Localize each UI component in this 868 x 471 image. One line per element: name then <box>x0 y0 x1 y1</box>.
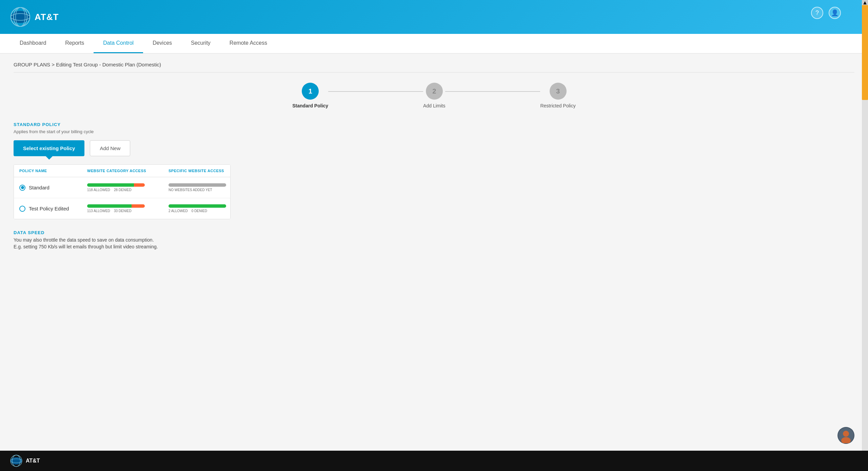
standard-policy-subtitle: Applies from the start of your billing c… <box>14 129 854 134</box>
category-green-bar-test <box>87 204 132 208</box>
radio-standard[interactable] <box>19 185 25 191</box>
stepper: 1 Standard Policy 2 Add Limits 3 Restric… <box>14 83 854 108</box>
stepper-label-2: Add Limits <box>423 103 445 108</box>
header: AT&T ? 👤 <box>0 0 868 34</box>
nav-item-security[interactable]: Security <box>181 34 220 53</box>
stepper-label-1: Standard Policy <box>292 103 328 108</box>
policy-name-cell-standard: Standard <box>19 185 87 191</box>
navigation-bar: Dashboard Reports Data Control Devices S… <box>0 34 868 54</box>
header-logo: AT&T <box>10 7 59 27</box>
scrollbar-thumb[interactable] <box>862 5 868 100</box>
svg-point-7 <box>843 431 849 437</box>
data-speed-section: DATA SPEED You may also throttle the dat… <box>14 230 854 249</box>
category-orange-bar-standard <box>134 183 145 187</box>
stepper-step-3: 3 Restricted Policy <box>540 83 575 108</box>
policy-table: POLICY NAME WEBSITE CATEGORY ACCESS SPEC… <box>14 164 231 219</box>
col-header-specific-website: SPECIFIC WEBSITE ACCESS <box>169 169 231 173</box>
data-speed-title: DATA SPEED <box>14 230 854 235</box>
stepper-circle-3: 3 <box>550 83 567 100</box>
col-header-policy-name: POLICY NAME <box>19 169 87 173</box>
help-button[interactable]: ? <box>811 7 823 19</box>
category-orange-bar-test <box>132 204 145 208</box>
chat-avatar-icon <box>838 428 854 443</box>
nav-item-data-control[interactable]: Data Control <box>94 34 143 53</box>
stepper-line-2 <box>445 91 540 92</box>
standard-policy-title: STANDARD POLICY <box>14 122 854 127</box>
breadcrumb: GROUP PLANS > Editing Test Group - Domes… <box>14 62 854 73</box>
att-logo-icon <box>10 7 31 27</box>
header-icons: ? 👤 <box>811 7 841 19</box>
chat-support-button[interactable] <box>837 427 854 444</box>
data-speed-description: You may also throttle the data speed to … <box>14 237 854 243</box>
radio-test-policy[interactable] <box>19 206 25 212</box>
footer: AT&T <box>0 451 868 471</box>
specific-bar-track-test <box>169 204 226 208</box>
specific-label-test: 2 ALLOWED 0 DENIED <box>169 209 231 213</box>
user-account-button[interactable]: 👤 <box>829 7 841 19</box>
nav-item-dashboard[interactable]: Dashboard <box>10 34 56 53</box>
nav-item-remote-access[interactable]: Remote Access <box>220 34 277 53</box>
specific-gray-bar-standard <box>169 183 226 187</box>
category-bar-test: 113 ALLOWED 33 DENIED <box>87 204 169 213</box>
scrollbar[interactable]: ▲ ▼ <box>862 0 868 471</box>
specific-label-standard: NO WEBSITES ADDED YET <box>169 188 231 192</box>
footer-brand-text: AT&T <box>26 458 40 464</box>
policy-name-test: Test Policy Edited <box>29 206 69 211</box>
stepper-circle-2: 2 <box>426 83 443 100</box>
user-icon: 👤 <box>831 9 839 17</box>
stepper-line-1 <box>328 91 423 92</box>
table-header: POLICY NAME WEBSITE CATEGORY ACCESS SPEC… <box>14 165 230 177</box>
specific-bar-test: 2 ALLOWED 0 DENIED <box>169 204 231 213</box>
stepper-step-2: 2 Add Limits <box>423 83 445 108</box>
policy-name-standard: Standard <box>29 185 50 190</box>
col-header-website-category: WEBSITE CATEGORY ACCESS <box>87 169 169 173</box>
category-bar-standard: 118 ALLOWED 28 DENIED <box>87 183 169 192</box>
category-label-test: 113 ALLOWED 33 DENIED <box>87 209 169 213</box>
category-bar-track-test <box>87 204 145 208</box>
data-speed-description2: E.g. setting 750 Kb/s will let emails th… <box>14 244 854 249</box>
help-icon: ? <box>815 9 819 17</box>
policy-name-cell-test: Test Policy Edited <box>19 206 87 212</box>
stepper-label-3: Restricted Policy <box>540 103 575 108</box>
specific-green-bar-test <box>169 204 226 208</box>
stepper-circle-1: 1 <box>302 83 319 100</box>
stepper-step-1: 1 Standard Policy <box>292 83 328 108</box>
select-existing-policy-button[interactable]: Select existing Policy <box>14 140 84 156</box>
specific-bar-standard: NO WEBSITES ADDED YET <box>169 183 231 192</box>
table-row: Standard 118 ALLOWED 28 DENIED NO WEBSIT… <box>14 177 230 198</box>
header-brand-text: AT&T <box>35 12 59 22</box>
specific-bar-track-standard <box>169 183 226 187</box>
scrollbar-up-arrow[interactable]: ▲ <box>862 0 868 5</box>
footer-att-logo-icon <box>10 455 22 467</box>
table-row: Test Policy Edited 113 ALLOWED 33 DENIED… <box>14 198 230 219</box>
nav-item-devices[interactable]: Devices <box>143 34 181 53</box>
category-label-standard: 118 ALLOWED 28 DENIED <box>87 188 169 192</box>
policy-button-row: Select existing Policy Add New <box>14 140 854 156</box>
nav-item-reports[interactable]: Reports <box>56 34 94 53</box>
category-bar-track-standard <box>87 183 145 187</box>
main-content: GROUP PLANS > Editing Test Group - Domes… <box>0 54 868 467</box>
footer-logo: AT&T <box>10 455 40 467</box>
category-green-bar-standard <box>87 183 134 187</box>
add-new-policy-button[interactable]: Add New <box>90 140 130 156</box>
